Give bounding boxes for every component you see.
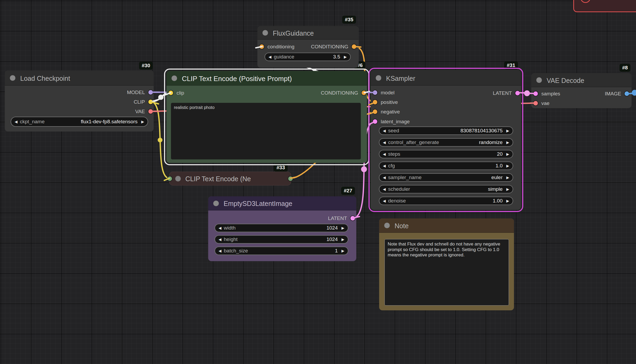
next-arrow-icon[interactable]: ▶ [506,141,509,144]
next-arrow-icon[interactable]: ▶ [506,152,509,156]
latent-port-icon [533,91,538,96]
badge-vae-decode: #8 [620,64,630,72]
output-vae[interactable]: VAE [135,108,153,115]
widget-height[interactable]: ◀ height 1024 ▶ [215,235,348,244]
vae-port-icon [148,109,153,114]
conditioning-port-icon [373,100,377,104]
next-arrow-icon[interactable]: ▶ [141,120,144,124]
next-arrow-icon[interactable]: ▶ [506,199,509,203]
link-dot-clip-positive [158,95,164,100]
output-model[interactable]: MODEL [127,89,153,96]
node-note[interactable]: Note Note that Flux dev and schnell do n… [379,218,514,310]
output-latent[interactable]: LATENT [493,90,520,96]
input-vae[interactable]: vae [533,100,550,107]
collapse-dot[interactable] [376,75,381,81]
node-ksampler[interactable]: KSampler model positive negative latent_… [371,70,521,210]
collapse-dot[interactable] [10,75,15,81]
node-flux-guidance[interactable]: FluxGuidance conditioning CONDITIONING ◀… [257,26,359,68]
next-arrow-icon[interactable]: ▶ [341,226,344,230]
collapse-dot[interactable] [171,75,177,81]
widget-cfg[interactable]: ◀ cfg 1.0 ▶ [379,162,513,170]
node-title: VAE Decode [547,77,584,84]
prev-arrow-icon[interactable]: ◀ [383,187,386,191]
badge-flux-guidance: #35 [342,16,356,24]
widget-seed[interactable]: ◀ seed 830878104130675 ▶ [379,126,513,135]
node-title: EmptySD3LatentImage [224,200,292,208]
link-dot-clip-negative [158,138,162,142]
output-latent[interactable]: LATENT [328,215,355,222]
image-port-icon [625,91,629,96]
node-clip-text-encode-positive[interactable]: CLIP Text Encode (Positive Prompt) clip … [166,71,367,163]
badge-clip-negative: #33 [274,164,288,172]
node-title: Note [395,222,409,230]
badge-empty-latent: #27 [341,187,355,195]
output-clip[interactable]: CLIP [134,98,153,105]
node-title: FluxGuidance [273,29,314,37]
prev-arrow-icon[interactable]: ◀ [219,238,221,241]
output-conditioning[interactable]: CONDITIONING [311,43,356,50]
collapsed-output-port-icon[interactable] [288,176,293,181]
prev-arrow-icon[interactable]: ◀ [15,120,18,124]
node-clip-text-encode-negative[interactable]: CLIP Text Encode (Ne [169,172,291,185]
prev-arrow-icon[interactable]: ◀ [219,249,221,253]
widget-control-after-generate[interactable]: ◀ control_after_generate randomize ▶ [379,138,513,147]
widget-denoise[interactable]: ◀ denoise 1.00 ▶ [379,197,513,205]
collapse-dot[interactable] [536,77,542,83]
input-conditioning[interactable]: conditioning [260,43,294,50]
collapse-dot[interactable] [384,223,390,228]
output-image[interactable]: IMAGE [605,90,629,97]
input-samples[interactable]: samples [533,90,560,97]
prev-arrow-icon[interactable]: ◀ [383,152,386,156]
model-port-icon [148,90,153,95]
node-title: Load Checkpoint [20,75,70,82]
note-textarea[interactable]: Note that Flux dev and schnell do not ha… [384,239,509,306]
node-title: CLIP Text Encode (Positive Prompt) [182,75,292,83]
prev-arrow-icon[interactable]: ◀ [383,176,386,179]
widget-width[interactable]: ◀ width 1024 ▶ [215,224,348,232]
input-model[interactable]: model [373,89,395,96]
conditioning-port-icon [362,91,366,95]
next-arrow-icon[interactable]: ▶ [506,129,509,133]
widget-scheduler[interactable]: ◀ scheduler simple ▶ [379,185,513,193]
prev-arrow-icon[interactable]: ◀ [383,141,386,144]
input-latent-image[interactable]: latent_image [373,118,410,125]
latent-port-icon [515,91,520,95]
next-arrow-icon[interactable]: ▶ [506,164,509,168]
prev-arrow-icon[interactable]: ◀ [219,226,221,230]
node-empty-sd3-latent-image[interactable]: EmptySD3LatentImage LATENT ◀ width 1024 … [208,196,356,261]
prev-arrow-icon[interactable]: ◀ [269,55,271,59]
widget-batch-size[interactable]: ◀ batch_size 1 ▶ [215,247,348,255]
collapse-dot[interactable] [213,201,219,206]
next-arrow-icon[interactable]: ▶ [341,249,344,253]
prev-arrow-icon[interactable]: ◀ [383,199,386,203]
collapsed-input-port-icon[interactable] [168,176,172,181]
widget-guidance[interactable]: ◀ guidance 3.5 ▶ [265,53,351,61]
link-dot-image [632,90,636,96]
link-dot-latent [361,166,367,172]
error-circle-icon [580,0,591,3]
collapse-dot[interactable] [175,176,181,181]
widget-ckpt-name[interactable]: ◀ ckpt_name flux1-dev-fp8.safetensors ▶ [11,117,148,127]
reconnecting-toast: Reconnecting [573,0,636,12]
input-positive[interactable]: positive [373,99,398,105]
conditioning-port-icon [260,44,264,49]
next-arrow-icon[interactable]: ▶ [506,187,509,191]
prev-arrow-icon[interactable]: ◀ [383,129,386,133]
output-conditioning[interactable]: CONDITIONING [321,89,366,96]
input-negative[interactable]: negative [373,108,400,115]
prompt-textarea[interactable]: realistic portrait photo [171,103,361,159]
node-vae-decode[interactable]: VAE Decode samples vae IMAGE [531,73,631,108]
widget-sampler-name[interactable]: ◀ sampler_name euler ▶ [379,173,513,182]
node-title: CLIP Text Encode (Ne [185,175,251,183]
next-arrow-icon[interactable]: ▶ [506,176,509,179]
node-load-checkpoint[interactable]: Load Checkpoint MODEL CLIP VAE ◀ ckpt_na… [5,70,154,132]
prev-arrow-icon[interactable]: ◀ [383,164,386,168]
link-dot-samples [524,90,530,96]
next-arrow-icon[interactable]: ▶ [344,55,347,59]
input-clip[interactable]: clip [169,89,184,96]
reconnecting-label: Reconnecting [596,0,636,0]
collapse-dot[interactable] [262,30,268,36]
next-arrow-icon[interactable]: ▶ [341,238,344,241]
conditioning-port-icon [352,44,356,49]
widget-steps[interactable]: ◀ steps 20 ▶ [379,150,513,158]
